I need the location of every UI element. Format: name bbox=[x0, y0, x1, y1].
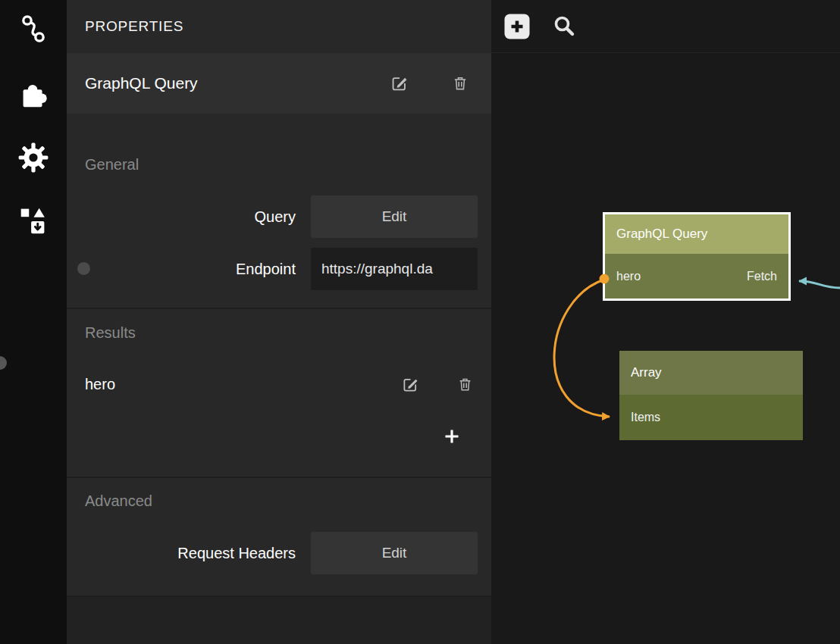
sidebar-item-plugins[interactable] bbox=[0, 74, 67, 114]
node-array[interactable]: Array Items bbox=[619, 351, 803, 440]
request-headers-edit-button[interactable]: Edit bbox=[311, 532, 478, 574]
plugins-icon bbox=[16, 77, 51, 111]
node-graphql-query[interactable]: GraphQL Query hero Fetch bbox=[603, 212, 791, 301]
node-title-bar: GraphQL Query bbox=[605, 214, 788, 254]
properties-header-label: PROPERTIES bbox=[85, 18, 183, 35]
sidebar-item-nodes[interactable] bbox=[0, 9, 67, 48]
node-port-row: hero Fetch bbox=[605, 254, 788, 299]
node-title: GraphQL Query bbox=[616, 227, 707, 242]
endpoint-input[interactable] bbox=[311, 248, 478, 290]
output-port-hero[interactable]: hero bbox=[616, 270, 641, 283]
components-icon bbox=[16, 202, 51, 237]
node-canvas[interactable]: GraphQL Query hero Fetch Array Items bbox=[491, 0, 840, 644]
add-node-button[interactable] bbox=[504, 14, 530, 39]
connection-hero-to-items bbox=[554, 280, 610, 417]
delete-icon bbox=[451, 74, 469, 92]
activity-bar bbox=[0, 0, 67, 644]
query-label: Query bbox=[67, 195, 311, 238]
section-divider bbox=[67, 308, 491, 309]
section-label-advanced: Advanced bbox=[85, 492, 152, 510]
add-result-button[interactable] bbox=[440, 424, 464, 449]
connection-layer bbox=[491, 0, 840, 644]
input-port-items[interactable]: Items bbox=[631, 411, 660, 424]
settings-icon bbox=[17, 141, 50, 174]
delete-node-button[interactable] bbox=[450, 73, 470, 93]
panel-footer-area bbox=[67, 597, 491, 644]
section-label-results: Results bbox=[85, 324, 136, 342]
query-edit-button[interactable]: Edit bbox=[311, 195, 478, 238]
search-button[interactable] bbox=[551, 14, 577, 39]
plus-icon bbox=[443, 427, 461, 445]
left-edge-handle[interactable] bbox=[0, 356, 7, 370]
rename-node-button[interactable] bbox=[390, 73, 409, 93]
section-label-general: General bbox=[85, 156, 139, 174]
node-graph-icon bbox=[17, 12, 50, 45]
connection-fetch-input bbox=[799, 281, 840, 288]
input-port-fetch[interactable]: Fetch bbox=[747, 270, 777, 283]
search-icon bbox=[553, 15, 575, 38]
sidebar-item-settings[interactable] bbox=[0, 138, 67, 177]
selected-node-header-row: GraphQL Query bbox=[67, 53, 491, 114]
edit-icon bbox=[390, 73, 409, 93]
sidebar-item-components[interactable] bbox=[0, 200, 67, 239]
result-row-hero: hero bbox=[67, 369, 491, 399]
app-window: PROPERTIES GraphQL Query bbox=[0, 0, 840, 644]
properties-panel-title: PROPERTIES bbox=[67, 0, 491, 53]
rename-result-button[interactable] bbox=[400, 374, 420, 394]
node-port-row: Items bbox=[619, 395, 803, 440]
canvas-toolbar bbox=[491, 0, 840, 53]
properties-panel: PROPERTIES GraphQL Query bbox=[67, 0, 491, 644]
section-divider bbox=[67, 477, 491, 478]
endpoint-label: Endpoint bbox=[67, 248, 311, 290]
request-headers-label: Request Headers bbox=[67, 532, 311, 574]
node-title-bar: Array bbox=[619, 351, 803, 395]
selected-node-title: GraphQL Query bbox=[85, 74, 349, 92]
result-name: hero bbox=[85, 376, 365, 393]
node-title: Array bbox=[631, 365, 662, 380]
delete-icon bbox=[456, 376, 474, 393]
delete-result-button[interactable] bbox=[455, 374, 475, 394]
edit-icon bbox=[401, 375, 420, 394]
add-node-icon bbox=[504, 14, 530, 39]
